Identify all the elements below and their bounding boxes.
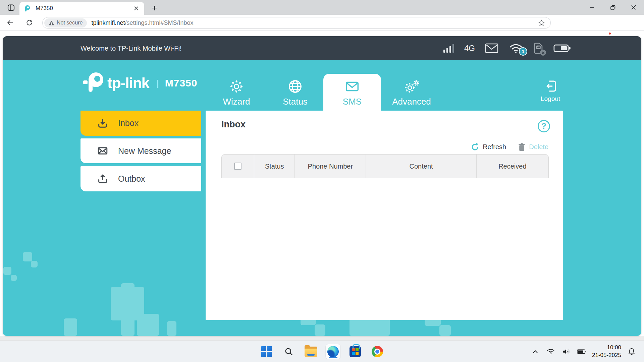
device-header: Welcome to TP-Link Mobile Wi-Fi! 4G 1 bbox=[3, 36, 641, 60]
minimize-button[interactable] bbox=[582, 0, 602, 15]
hidden-icons-chevron[interactable] bbox=[530, 346, 540, 358]
start-button[interactable] bbox=[259, 344, 274, 359]
brand-logo: tp-link | M7350 bbox=[83, 72, 197, 95]
windows-logo-icon bbox=[261, 346, 272, 357]
tab-wizard[interactable]: Wizard bbox=[208, 78, 265, 111]
refresh-button[interactable]: Refresh bbox=[471, 142, 506, 152]
new-message-icon bbox=[96, 145, 109, 157]
clock-time: 10:00 bbox=[592, 344, 621, 351]
tab-close-icon[interactable] bbox=[132, 4, 140, 12]
brand-name: tp-link bbox=[107, 75, 149, 92]
tab-wizard-label: Wizard bbox=[223, 97, 250, 107]
chrome-browser-button[interactable] bbox=[370, 344, 385, 359]
wizard-gear-icon bbox=[229, 78, 244, 95]
welcome-text: Welcome to TP-Link Mobile Wi-Fi! bbox=[80, 45, 443, 52]
sim-card-icon bbox=[533, 42, 543, 54]
system-tray: 10:00 21-05-2025 bbox=[530, 341, 644, 362]
page-title: Inbox bbox=[221, 119, 246, 130]
search-button[interactable] bbox=[281, 344, 296, 359]
status-globe-icon bbox=[287, 78, 303, 95]
inbox-panel: Inbox ? Refresh Delete bbox=[206, 111, 563, 320]
deco-block bbox=[439, 325, 451, 336]
tplink-logo-icon bbox=[83, 72, 104, 95]
new-tab-button[interactable] bbox=[150, 3, 160, 13]
chrome-icon bbox=[372, 346, 383, 357]
deco-block bbox=[64, 318, 77, 336]
tab-title: M7350 bbox=[36, 5, 132, 12]
security-chip[interactable]: Not secure bbox=[44, 18, 87, 27]
tab-status-label: Status bbox=[283, 97, 308, 107]
bookmark-star-icon[interactable] bbox=[536, 17, 547, 28]
deco-block bbox=[23, 252, 32, 261]
warning-icon bbox=[49, 20, 54, 25]
profile-notification-dot bbox=[608, 32, 611, 35]
sidebar-item-new-message[interactable]: New Message bbox=[80, 138, 201, 163]
help-button[interactable]: ? bbox=[538, 120, 550, 132]
browser-tab[interactable]: M7350 bbox=[19, 2, 144, 15]
sidebar-item-inbox[interactable]: Inbox bbox=[80, 111, 201, 136]
help-question-mark: ? bbox=[541, 122, 546, 131]
tab-status[interactable]: Status bbox=[267, 78, 324, 111]
url-domain: tplinkmifi.net bbox=[91, 19, 125, 26]
deco-block bbox=[167, 321, 176, 336]
column-phone-number: Phone Number bbox=[295, 155, 366, 178]
clock-date: 21-05-2025 bbox=[592, 352, 621, 359]
tab-actions-menu-icon[interactable] bbox=[5, 3, 17, 13]
wifi-status-icon: 1 bbox=[508, 43, 523, 54]
sms-table: Status Phone Number Content Received bbox=[221, 154, 549, 178]
microsoft-store-button[interactable] bbox=[348, 344, 363, 359]
refresh-icon bbox=[471, 142, 480, 152]
notification-bell-icon[interactable] bbox=[627, 346, 637, 358]
tab-sms-active[interactable]: SMS bbox=[324, 78, 381, 111]
window-controls bbox=[582, 0, 644, 15]
brand-model: M7350 bbox=[165, 77, 198, 89]
active-app-indicator bbox=[329, 357, 337, 358]
select-all-checkbox[interactable] bbox=[234, 163, 241, 170]
sms-envelope-icon bbox=[344, 78, 360, 95]
url-path: /settings.html#SMS/Inbox bbox=[125, 19, 193, 26]
deco-block bbox=[3, 267, 11, 275]
logout-label: Logout bbox=[541, 95, 560, 103]
search-icon bbox=[284, 347, 293, 356]
delete-label: Delete bbox=[529, 143, 548, 151]
sidebar-inbox-label: Inbox bbox=[118, 118, 139, 128]
tray-volume-icon[interactable] bbox=[561, 346, 571, 358]
folder-icon bbox=[305, 347, 317, 357]
column-content: Content bbox=[366, 155, 476, 178]
restore-button[interactable] bbox=[602, 0, 623, 15]
close-window-button[interactable] bbox=[623, 0, 644, 15]
reload-button[interactable] bbox=[23, 17, 35, 28]
trash-icon bbox=[518, 142, 526, 152]
logout-button[interactable]: Logout bbox=[535, 79, 566, 103]
device-status-icons: 4G 1 bbox=[443, 42, 641, 54]
brand-separator: | bbox=[157, 78, 159, 88]
sms-unread-icon bbox=[485, 43, 498, 53]
tray-wifi-icon[interactable] bbox=[546, 346, 556, 358]
router-app: Welcome to TP-Link Mobile Wi-Fi! 4G 1 bbox=[3, 36, 641, 336]
network-type-label: 4G bbox=[464, 44, 475, 53]
delete-button[interactable]: Delete bbox=[518, 142, 548, 152]
browser-toolbar: Not secure tplinkmifi.net/settings.html#… bbox=[0, 15, 644, 31]
deco-block bbox=[137, 314, 159, 336]
store-icon bbox=[350, 346, 361, 357]
app-body: tp-link | M7350 Wizard Status bbox=[3, 60, 641, 336]
edge-browser-button[interactable] bbox=[326, 344, 340, 359]
tab-sms-label: SMS bbox=[343, 97, 362, 107]
battery-status-icon bbox=[553, 43, 571, 53]
back-button[interactable] bbox=[5, 17, 16, 28]
address-bar[interactable]: Not secure tplinkmifi.net/settings.html#… bbox=[42, 17, 551, 28]
windows-taskbar: 10:00 21-05-2025 bbox=[0, 341, 644, 362]
clock[interactable]: 10:00 21-05-2025 bbox=[592, 344, 621, 359]
column-status: Status bbox=[254, 155, 295, 178]
sidebar-outbox-label: Outbox bbox=[118, 174, 145, 184]
security-label: Not secure bbox=[57, 20, 83, 26]
header-checkbox-cell bbox=[222, 155, 254, 178]
tab-advanced-label: Advanced bbox=[392, 97, 431, 107]
file-explorer-button[interactable] bbox=[304, 344, 318, 359]
tab-advanced[interactable]: Advanced bbox=[383, 78, 440, 111]
tray-battery-icon[interactable] bbox=[577, 346, 587, 358]
sidebar-item-outbox[interactable]: Outbox bbox=[80, 166, 201, 191]
page-viewport: Welcome to TP-Link Mobile Wi-Fi! 4G 1 bbox=[0, 31, 644, 341]
outbox-icon bbox=[96, 173, 109, 185]
browser-tab-strip: M7350 bbox=[0, 0, 644, 15]
